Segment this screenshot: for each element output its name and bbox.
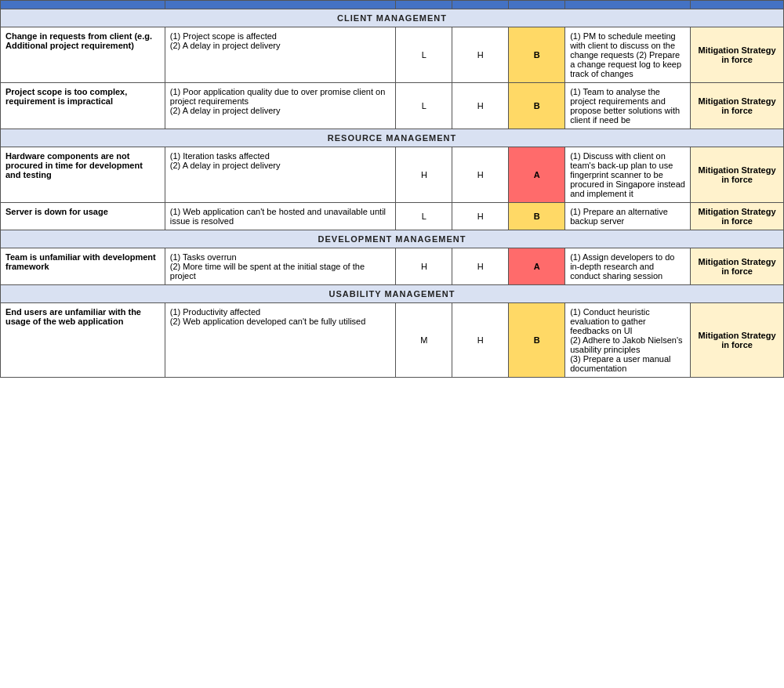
issue-cell: Server is down for usage (1, 203, 165, 230)
header-risk (509, 1, 565, 9)
mitigation-cell: (1) PM to schedule meeting with client t… (565, 27, 691, 83)
section-label-0: CLIENT MANAGEMENT (1, 9, 784, 27)
issue-cell: End users are unfamiliar with the usage … (1, 303, 165, 378)
table-row: Server is down for usage(1) Web applicat… (1, 203, 784, 230)
table-row: Team is unfamiliar with development fram… (1, 248, 784, 285)
header-impact (452, 1, 509, 9)
risk-cell: B (509, 83, 565, 129)
header-status (691, 1, 784, 9)
issue-cell: Team is unfamiliar with development fram… (1, 248, 165, 285)
table-row: Hardware components are not procured in … (1, 147, 784, 203)
table-row: Project scope is too complex, requiremen… (1, 83, 784, 129)
header-consequences (165, 1, 396, 9)
impact-cell: H (452, 147, 509, 203)
section-row-1: RESOURCE MANAGEMENT (1, 129, 784, 147)
consequences-cell: (1) Poor application quality due to over… (165, 83, 396, 129)
impact-cell: H (452, 83, 509, 129)
risk-cell: B (509, 203, 565, 230)
impact-cell: H (452, 27, 509, 83)
consequences-cell: (1) Web application can't be hosted and … (165, 203, 396, 230)
status-cell: Mitigation Strategy in force (691, 203, 784, 230)
status-cell: Mitigation Strategy in force (691, 27, 784, 83)
likelihood-cell: L (396, 83, 452, 129)
header-issue (1, 1, 165, 9)
mitigation-cell: (1) Conduct heuristic evaluation to gath… (565, 303, 691, 378)
mitigation-cell: (1) Discuss with client on team's back-u… (565, 147, 691, 203)
impact-cell: H (452, 203, 509, 230)
status-cell: Mitigation Strategy in force (691, 83, 784, 129)
consequences-cell: (1) Iteration tasks affected (2) A delay… (165, 147, 396, 203)
status-cell: Mitigation Strategy in force (691, 147, 784, 203)
consequences-cell: (1) Tasks overrun (2) More time will be … (165, 248, 396, 285)
table-row: End users are unfamiliar with the usage … (1, 303, 784, 378)
likelihood-cell: L (396, 27, 452, 83)
status-cell: Mitigation Strategy in force (691, 248, 784, 285)
issue-cell: Project scope is too complex, requiremen… (1, 83, 165, 129)
section-row-2: DEVELOPMENT MANAGEMENT (1, 230, 784, 248)
issue-cell: Hardware components are not procured in … (1, 147, 165, 203)
consequences-cell: (1) Productivity affected (2) Web applic… (165, 303, 396, 378)
mitigation-cell: (1) Assign developers to do in-depth res… (565, 248, 691, 285)
section-label-3: USABILITY MANAGEMENT (1, 285, 784, 303)
consequences-cell: (1) Project scope is affected (2) A dela… (165, 27, 396, 83)
table-row: Change in requests from client (e.g. Add… (1, 27, 784, 83)
table-header-row (1, 1, 784, 9)
issue-cell: Change in requests from client (e.g. Add… (1, 27, 165, 83)
section-label-1: RESOURCE MANAGEMENT (1, 129, 784, 147)
status-cell: Mitigation Strategy in force (691, 303, 784, 378)
risk-cell: B (509, 27, 565, 83)
impact-cell: H (452, 248, 509, 285)
section-row-0: CLIENT MANAGEMENT (1, 9, 784, 27)
risk-register-table: CLIENT MANAGEMENTChange in requests from… (0, 0, 784, 378)
risk-cell: A (509, 147, 565, 203)
risk-cell: B (509, 303, 565, 378)
header-likelihood (396, 1, 452, 9)
likelihood-cell: L (396, 203, 452, 230)
mitigation-cell: (1) Team to analyse the project requirem… (565, 83, 691, 129)
header-mitigation (565, 1, 691, 9)
impact-cell: H (452, 303, 509, 378)
likelihood-cell: H (396, 248, 452, 285)
section-row-3: USABILITY MANAGEMENT (1, 285, 784, 303)
likelihood-cell: M (396, 303, 452, 378)
section-label-2: DEVELOPMENT MANAGEMENT (1, 230, 784, 248)
likelihood-cell: H (396, 147, 452, 203)
risk-cell: A (509, 248, 565, 285)
mitigation-cell: (1) Prepare an alternative backup server (565, 203, 691, 230)
